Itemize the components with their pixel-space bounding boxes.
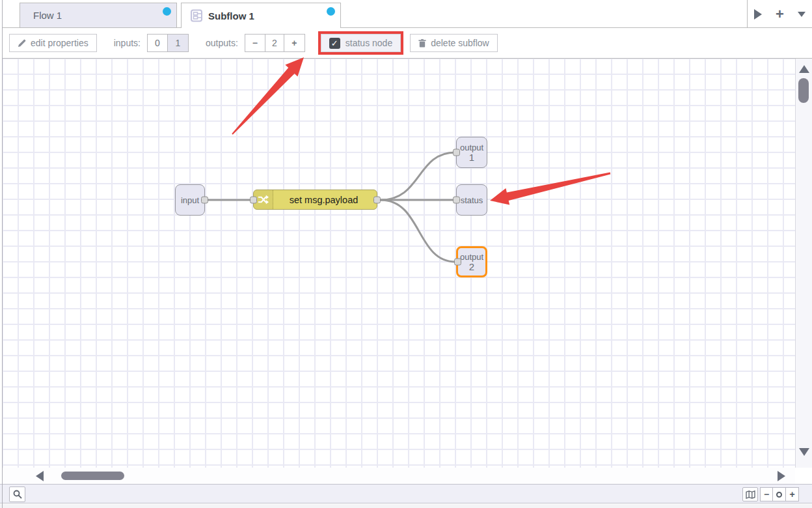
vertical-scrollbar[interactable]: [795, 59, 812, 468]
canvas-footer: − +: [0, 484, 812, 503]
pencil-icon: [18, 39, 26, 48]
trash-icon: [418, 39, 426, 48]
node-change[interactable]: set msg.payload: [253, 190, 377, 210]
shuffle-icon: [258, 194, 269, 205]
palette-edge-divider: [2, 0, 3, 508]
status-node-canvas-label: status: [461, 195, 483, 205]
zoom-out-button[interactable]: −: [760, 487, 773, 501]
node-output-2-selected[interactable]: output 2: [456, 246, 487, 277]
window-bottom-strip: [0, 504, 812, 508]
delete-subflow-label: delete subflow: [431, 38, 489, 48]
map-icon: [746, 490, 755, 499]
inputs-toggle: 0 1: [147, 34, 189, 52]
change-input-port[interactable]: [250, 196, 257, 203]
flow-canvas[interactable]: [3, 59, 795, 468]
subflow1-unsaved-dot: [327, 7, 335, 16]
subflow-toolbar: edit properties inputs: 0 1 outputs: − 2…: [3, 28, 812, 59]
delete-subflow-button[interactable]: delete subflow: [410, 34, 498, 52]
scroll-right-arrow[interactable]: [778, 471, 785, 481]
outputs-label: outputs:: [206, 38, 238, 48]
scroll-up-arrow[interactable]: [799, 65, 809, 73]
tab-list-chevron-icon[interactable]: [798, 12, 805, 17]
add-flow-icon[interactable]: +: [776, 7, 784, 21]
horizontal-scrollbar[interactable]: [3, 468, 795, 484]
workspace-tabbar: Flow 1 Subflow 1 +: [3, 0, 812, 28]
node-input-output-port[interactable]: [201, 197, 208, 204]
next-tab-icon[interactable]: [754, 9, 762, 20]
change-output-port[interactable]: [373, 196, 381, 203]
output2-label-line1: output: [460, 252, 483, 262]
scroll-down-arrow[interactable]: [799, 448, 809, 456]
zoom-in-button[interactable]: +: [786, 487, 799, 501]
change-node-label: set msg.payload: [273, 195, 377, 205]
output1-label-line1: output: [460, 143, 483, 152]
edit-properties-button[interactable]: edit properties: [9, 34, 97, 52]
vertical-scroll-thumb[interactable]: [798, 78, 809, 103]
status-node-highlight-box: ✓ status node: [318, 31, 403, 55]
outputs-value[interactable]: 2: [265, 34, 284, 52]
node-subflow-input[interactable]: input: [175, 184, 205, 216]
output2-input-port[interactable]: [454, 259, 461, 266]
output1-label-line2: 1: [469, 152, 474, 162]
search-icon: [13, 490, 22, 499]
status-input-port[interactable]: [453, 197, 460, 204]
node-red-editor: Flow 1 Subflow 1 + edit properties inp: [0, 0, 812, 508]
scroll-left-arrow[interactable]: [36, 471, 44, 481]
outputs-increment-button[interactable]: +: [284, 34, 305, 52]
subflow-icon: [189, 9, 203, 22]
horizontal-scroll-thumb[interactable]: [61, 472, 124, 480]
node-status[interactable]: status: [456, 184, 487, 216]
status-node-label: status node: [345, 38, 392, 48]
checkbox-checked-icon[interactable]: ✓: [329, 38, 340, 49]
inputs-option-1[interactable]: 1: [168, 34, 189, 52]
search-flows-button[interactable]: [9, 487, 25, 502]
tab-flow1[interactable]: Flow 1: [20, 3, 177, 27]
tabbar-actions: +: [747, 0, 812, 28]
node-output-1[interactable]: output 1: [456, 137, 487, 168]
flow1-unsaved-dot: [163, 7, 171, 16]
inputs-label: inputs:: [114, 38, 141, 48]
output1-input-port[interactable]: [453, 149, 460, 156]
outputs-decrement-button[interactable]: −: [245, 34, 265, 52]
zoom-reset-icon: [776, 492, 782, 498]
node-input-label: input: [181, 195, 199, 205]
outputs-stepper: − 2 +: [245, 34, 305, 52]
output2-label-line2: 2: [469, 262, 474, 272]
tab-subflow1[interactable]: Subflow 1: [181, 3, 341, 28]
inputs-option-0[interactable]: 0: [147, 34, 168, 52]
tab-subflow1-label: Subflow 1: [208, 10, 254, 21]
zoom-reset-button[interactable]: [773, 487, 786, 501]
zoom-controls: − +: [760, 487, 799, 501]
status-node-toggle[interactable]: ✓ status node: [321, 34, 401, 52]
edit-properties-label: edit properties: [31, 38, 88, 48]
tab-flow1-label: Flow 1: [33, 10, 62, 21]
navigator-button[interactable]: [742, 487, 758, 501]
